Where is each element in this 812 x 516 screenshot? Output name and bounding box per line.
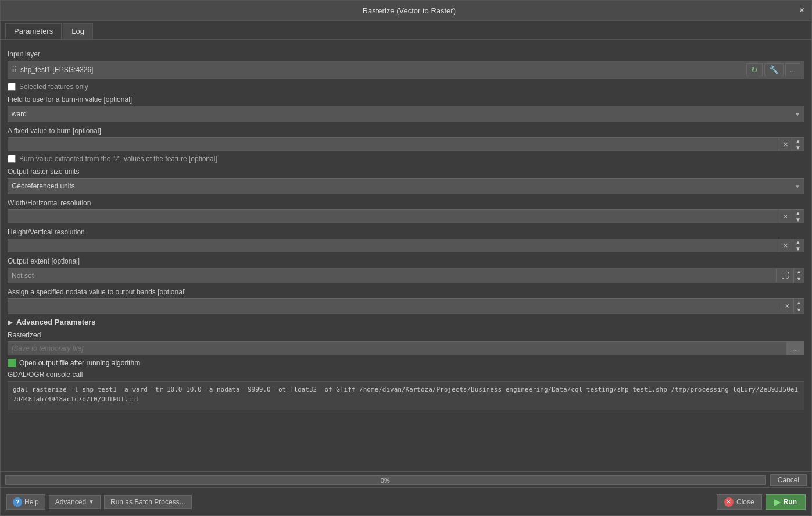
close-x-icon: ✕	[724, 497, 734, 507]
field-select[interactable]: ward	[8, 108, 791, 120]
console-label: GDAL/OGR console call	[8, 371, 804, 379]
dialog: Rasterize (Vector to Raster) × Parameter…	[0, 0, 812, 516]
height-clear-button[interactable]: ✕	[779, 239, 792, 252]
width-clear-button[interactable]: ✕	[779, 210, 792, 223]
layer-icon: ⠿	[12, 66, 17, 74]
edit-layer-button[interactable]: 🔧	[764, 63, 784, 76]
tab-parameters[interactable]: Parameters	[5, 23, 62, 39]
selected-features-checkbox[interactable]	[8, 83, 16, 91]
run-label: Run	[784, 498, 797, 506]
advanced-button-label: Advanced	[55, 498, 86, 506]
width-up-button[interactable]: ▲	[792, 210, 804, 216]
progress-bar-track: 0%	[5, 475, 766, 485]
nodata-input[interactable]: -9999,000000	[8, 300, 781, 313]
height-input[interactable]: 10,000000	[8, 239, 779, 252]
fixed-value-spinbox: ▲ ▼	[792, 138, 804, 151]
advanced-triangle-icon: ▶	[8, 318, 13, 326]
width-row: 10,000000 ✕ ▲ ▼	[8, 209, 804, 223]
width-label: Width/Horizontal resolution	[8, 199, 804, 207]
fixed-value-label: A fixed value to burn [optional]	[8, 127, 804, 135]
output-raster-size-arrow: ▼	[791, 183, 804, 190]
more-layer-button[interactable]: ...	[785, 63, 800, 76]
selected-features-label: Selected features only	[19, 83, 88, 91]
nodata-down-button[interactable]: ▼	[794, 307, 804, 314]
output-raster-size-select[interactable]: Georeferenced units	[8, 180, 791, 193]
console-section: GDAL/OGR console call gdal_rasterize -l …	[8, 371, 804, 410]
run-play-icon: ▶	[774, 497, 781, 507]
fixed-value-clear-button[interactable]: ✕	[779, 138, 792, 151]
width-input[interactable]: 10,000000	[8, 210, 779, 223]
bottom-bar: ? Help Advanced ▼ Run as Batch Process..…	[1, 487, 811, 515]
help-label: Help	[24, 498, 39, 506]
tab-log[interactable]: Log	[63, 23, 93, 39]
rasterized-label: Rasterized	[8, 331, 804, 339]
field-dropdown-arrow: ▼	[791, 111, 804, 118]
selected-features-row: Selected features only	[8, 83, 804, 91]
rasterized-input[interactable]	[8, 342, 786, 355]
progress-label: 0%	[6, 476, 765, 485]
input-layer-row: ⠿ shp_test1 [EPSG:4326] ↻ 🔧 ...	[8, 61, 804, 79]
fixed-value-row: 0,000000 ✕ ▲ ▼	[8, 137, 804, 151]
input-layer-value: shp_test1 [EPSG:4326]	[20, 66, 746, 74]
width-spinbox: ▲ ▼	[792, 210, 804, 223]
close-label: Close	[736, 498, 754, 506]
field-label: Field to use for a burn-in value [option…	[8, 95, 804, 104]
titlebar-close-button[interactable]: ×	[799, 5, 804, 16]
extent-spinbox: ▲ ▼	[793, 268, 804, 283]
open-output-checkbox[interactable]	[8, 359, 16, 367]
rasterized-row: ...	[8, 341, 804, 355]
dialog-title: Rasterize (Vector to Raster)	[19, 6, 799, 15]
output-raster-size-label: Output raster size units	[8, 168, 804, 176]
extent-picker-button[interactable]: ⛶	[776, 269, 793, 282]
progress-bar-area: 0% Cancel	[1, 471, 811, 487]
refresh-layer-button[interactable]: ↻	[746, 63, 763, 76]
height-spinbox: ▲ ▼	[792, 239, 804, 252]
input-layer-label: Input layer	[8, 50, 804, 58]
advanced-button[interactable]: Advanced ▼	[49, 495, 101, 509]
nodata-spinbox: ▲ ▼	[793, 299, 804, 314]
advanced-parameters-section[interactable]: ▶ Advanced Parameters	[8, 318, 804, 326]
advanced-parameters-label: Advanced Parameters	[16, 318, 96, 326]
tab-bar: Parameters Log	[1, 21, 811, 40]
parameters-content: Input layer ⠿ shp_test1 [EPSG:4326] ↻ 🔧 …	[1, 40, 811, 471]
extent-up-button[interactable]: ▲	[794, 268, 804, 276]
advanced-arrow-icon: ▼	[88, 499, 94, 505]
height-down-button[interactable]: ▼	[792, 245, 804, 252]
run-button[interactable]: ▶ Run	[766, 494, 806, 510]
open-output-row: Open output file after running algorithm	[8, 359, 804, 367]
height-up-button[interactable]: ▲	[792, 239, 804, 245]
nodata-label: Assign a specified nodata value to outpu…	[8, 288, 804, 296]
titlebar: Rasterize (Vector to Raster) ×	[1, 1, 811, 21]
close-button[interactable]: ✕ Close	[717, 494, 762, 510]
console-text: gdal_rasterize -l shp_test1 -a ward -tr …	[8, 381, 804, 410]
cancel-button[interactable]: Cancel	[770, 474, 807, 486]
burn-z-checkbox[interactable]	[8, 155, 16, 163]
rasterized-browse-button[interactable]: ...	[786, 342, 804, 355]
extent-label: Output extent [optional]	[8, 257, 804, 265]
help-icon: ?	[13, 497, 22, 507]
extent-value: Not set	[8, 269, 776, 282]
extent-down-button[interactable]: ▼	[794, 276, 804, 283]
fixed-value-down-button[interactable]: ▼	[792, 144, 804, 151]
nodata-row: -9999,000000 ✕ ▲ ▼	[8, 298, 804, 314]
nodata-clear-button[interactable]: ✕	[781, 303, 793, 310]
burn-z-row: Burn value extracted from the "Z" values…	[8, 155, 804, 163]
width-down-button[interactable]: ▼	[792, 216, 804, 223]
input-layer-buttons: ↻ 🔧 ...	[746, 63, 800, 76]
nodata-up-button[interactable]: ▲	[794, 299, 804, 307]
extent-row: Not set ⛶ ▲ ▼	[8, 268, 804, 283]
fixed-value-up-button[interactable]: ▲	[792, 138, 804, 144]
height-row: 10,000000 ✕ ▲ ▼	[8, 239, 804, 252]
height-label: Height/Vertical resolution	[8, 228, 804, 236]
output-raster-size-row: Georeferenced units ▼	[8, 178, 804, 194]
burn-z-label: Burn value extracted from the "Z" values…	[19, 155, 217, 163]
help-button[interactable]: ? Help	[6, 494, 45, 510]
open-output-label: Open output file after running algorithm	[19, 359, 140, 367]
field-select-row: ward ▼	[8, 106, 804, 122]
batch-process-button[interactable]: Run as Batch Process...	[104, 495, 192, 509]
fixed-value-input[interactable]: 0,000000	[8, 138, 779, 151]
